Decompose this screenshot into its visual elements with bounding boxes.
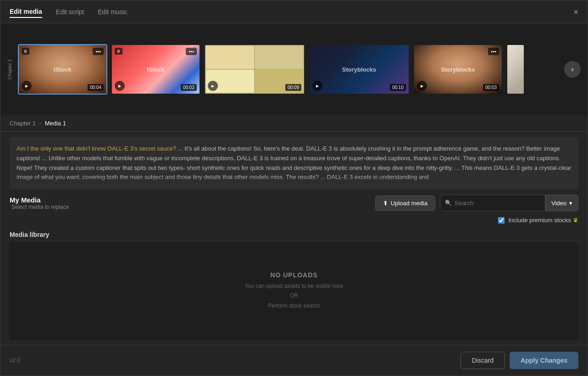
media-library-header: Media library bbox=[0, 227, 588, 242]
version-label: v2.0 bbox=[10, 357, 20, 364]
next-icon: › bbox=[571, 65, 573, 73]
thumb-overlay-3: ▶ 00:09 bbox=[205, 45, 304, 94]
duration-3: 00:09 bbox=[285, 84, 301, 91]
chevron-down-icon: ▾ bbox=[569, 200, 572, 207]
apply-changes-button[interactable]: Apply Changes bbox=[510, 352, 578, 369]
premium-crown-icon: ♛ bbox=[573, 217, 578, 224]
crown-icon-1: ♛ bbox=[22, 48, 29, 55]
duration-4: 00:10 bbox=[390, 84, 406, 91]
thumb-top-1: ♛ ••• bbox=[22, 48, 104, 55]
breadcrumb-chapter: Chapter 1 bbox=[10, 120, 36, 127]
thumb-overlay-1: ♛ ••• ▶ 00:04 bbox=[19, 45, 106, 94]
media-library-title: Media library bbox=[10, 231, 49, 238]
no-uploads-link: Perform stock search bbox=[245, 301, 343, 311]
tab-edit-music[interactable]: Edit music bbox=[98, 6, 128, 17]
duration-2: 00:02 bbox=[181, 84, 197, 91]
timeline-strip: Chapter 1 ♛ ••• ▶ 00:04 iStock ♛ bbox=[0, 23, 588, 115]
premium-checkbox[interactable] bbox=[498, 217, 505, 224]
thumb-overlay-5: ••• ▶ 00:03 bbox=[414, 45, 502, 94]
breadcrumb-separator: › bbox=[39, 120, 43, 127]
thumb-top-2: ♛ ••• bbox=[115, 48, 197, 55]
breadcrumb: Chapter 1 › Media 1 bbox=[0, 115, 588, 132]
no-uploads-line1: You can upload assets to be visible here bbox=[245, 281, 343, 292]
search-icon: 🔍 bbox=[445, 200, 452, 206]
tab-edit-media[interactable]: Edit media bbox=[10, 6, 42, 18]
my-media-section: My Media Select media to replace ⬆ Uploa… bbox=[0, 189, 588, 215]
search-input[interactable] bbox=[455, 200, 540, 207]
thumb-bottom-2: ▶ 00:02 bbox=[115, 81, 197, 91]
media-library-content: NO UPLOADS You can upload assets to be v… bbox=[10, 242, 578, 340]
thumb-menu-2[interactable]: ••• bbox=[186, 48, 197, 55]
modal-container: Edit media Edit script Edit music × Chap… bbox=[0, 0, 588, 376]
video-dropdown[interactable]: Video ▾ bbox=[545, 195, 578, 211]
breadcrumb-current: Media 1 bbox=[45, 120, 66, 127]
timeline-thumb-1[interactable]: ♛ ••• ▶ 00:04 iStock bbox=[18, 44, 107, 95]
thumb-menu-5[interactable]: ••• bbox=[488, 48, 499, 55]
timeline-thumb-6[interactable] bbox=[506, 44, 525, 95]
my-media-actions: ⬆ Upload media 🔍 Video ▾ bbox=[375, 195, 578, 211]
thumb-menu-1[interactable]: ••• bbox=[93, 48, 104, 55]
script-highlight: Am I the only one that didn't know DALL-… bbox=[17, 145, 176, 152]
play-button-3[interactable]: ▶ bbox=[208, 81, 218, 91]
upload-label: Upload media bbox=[391, 200, 427, 207]
premium-row: Include premium stocks ♛ bbox=[0, 215, 588, 227]
thumb-top-5: ••• bbox=[417, 48, 499, 55]
tab-edit-script[interactable]: Edit script bbox=[56, 6, 84, 17]
play-button-2[interactable]: ▶ bbox=[115, 81, 125, 91]
thumb-bottom-5: ▶ 00:03 bbox=[417, 81, 499, 91]
my-media-left: My Media Select media to replace bbox=[10, 196, 69, 210]
search-wrapper: 🔍 bbox=[440, 195, 545, 211]
crown-icon-2: ♛ bbox=[115, 48, 122, 55]
footer-actions: Discard Apply Changes bbox=[460, 352, 578, 369]
upload-icon: ⬆ bbox=[383, 200, 388, 207]
modal-footer: v2.0 Discard Apply Changes bbox=[0, 345, 588, 376]
premium-label-text: Include premium stocks bbox=[508, 217, 571, 224]
thumb-overlay-2: ♛ ••• ▶ 00:02 bbox=[112, 45, 200, 94]
search-group: 🔍 Video ▾ bbox=[440, 195, 578, 211]
close-button[interactable]: × bbox=[573, 8, 578, 16]
duration-5: 00:03 bbox=[483, 84, 499, 91]
thumb-bottom-4: ▶ 00:10 bbox=[312, 81, 406, 91]
timeline-thumb-2[interactable]: ♛ ••• ▶ 00:02 iStock bbox=[111, 44, 200, 95]
play-button-4[interactable]: ▶ bbox=[312, 81, 322, 91]
chapter-label: Chapter 1 bbox=[7, 59, 12, 79]
video-label: Video bbox=[551, 200, 566, 207]
timeline-thumb-4[interactable]: ▶ 00:10 Storyblocks bbox=[309, 44, 410, 95]
duration-1: 00:04 bbox=[88, 84, 104, 91]
thumb-bottom-1: ▶ 00:04 bbox=[22, 81, 104, 91]
thumb-bottom-3: ▶ 00:09 bbox=[208, 81, 301, 91]
my-media-title: My Media bbox=[10, 196, 69, 204]
my-media-subtitle: Select media to replace bbox=[11, 204, 69, 210]
play-button-5[interactable]: ▶ bbox=[417, 81, 427, 91]
no-uploads-title: NO UPLOADS bbox=[270, 271, 317, 279]
premium-label: Include premium stocks ♛ bbox=[508, 217, 578, 224]
no-uploads-sub: You can upload assets to be visible here… bbox=[245, 281, 343, 311]
modal-header: Edit media Edit script Edit music × bbox=[0, 0, 588, 23]
timeline-thumb-3[interactable]: ▶ 00:09 bbox=[204, 44, 305, 95]
timeline-thumb-5[interactable]: ••• ▶ 00:03 Storyblocks bbox=[413, 44, 503, 95]
next-arrow[interactable]: › bbox=[564, 61, 581, 78]
thumb-bg-6 bbox=[507, 45, 524, 94]
upload-button[interactable]: ⬆ Upload media bbox=[375, 196, 435, 211]
thumb-overlay-4: ▶ 00:10 bbox=[310, 45, 409, 94]
discard-button[interactable]: Discard bbox=[460, 352, 505, 369]
no-uploads-or: OR bbox=[245, 291, 343, 301]
play-button-1[interactable]: ▶ bbox=[22, 81, 32, 91]
script-area: Am I the only one that didn't know DALL-… bbox=[10, 137, 578, 189]
